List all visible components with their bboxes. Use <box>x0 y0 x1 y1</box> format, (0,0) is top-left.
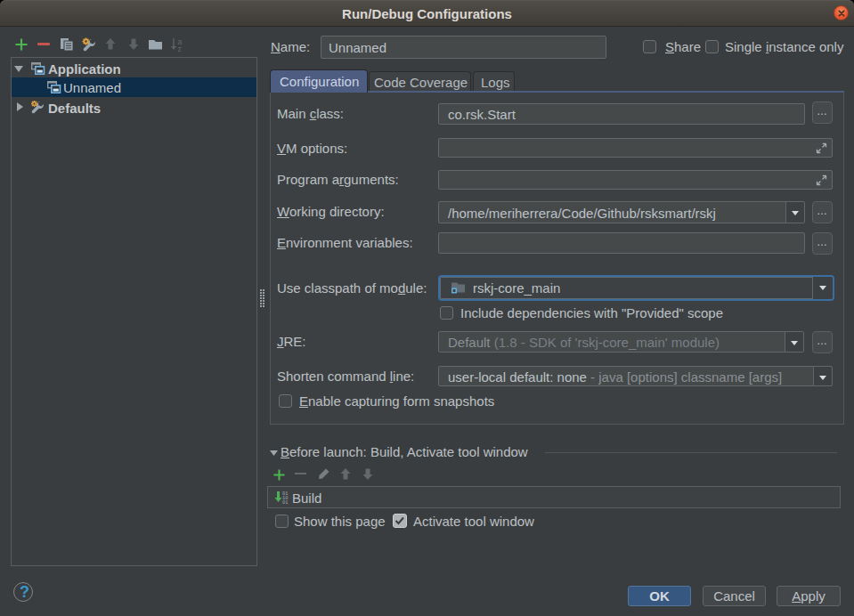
svg-text:01: 01 <box>282 499 289 506</box>
svg-text:z: z <box>178 45 182 53</box>
